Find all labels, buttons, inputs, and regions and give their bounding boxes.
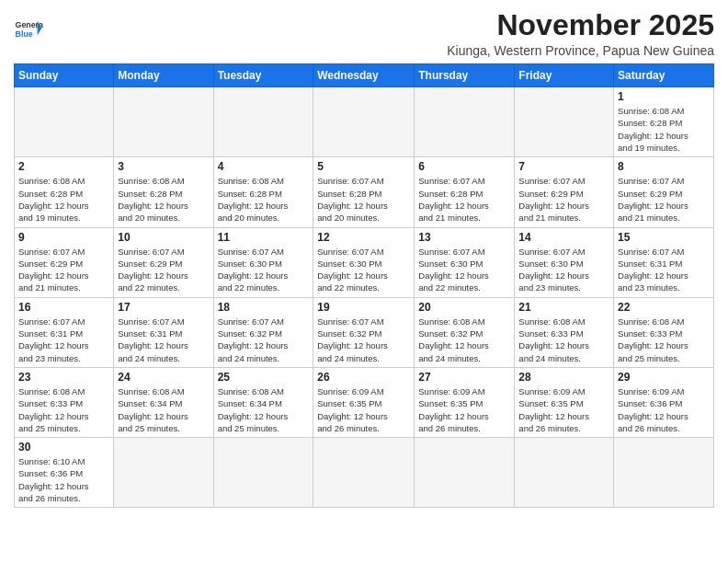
page-header: General Blue November 2025 Kiunga, Weste… xyxy=(14,9,714,58)
day-info: Sunrise: 6:09 AM Sunset: 6:36 PM Dayligh… xyxy=(618,385,710,434)
col-header-saturday: Saturday xyxy=(614,64,714,87)
day-number: 11 xyxy=(218,231,310,244)
day-info: Sunrise: 6:07 AM Sunset: 6:31 PM Dayligh… xyxy=(118,316,209,364)
calendar-cell: 15Sunrise: 6:07 AM Sunset: 6:31 PM Dayli… xyxy=(614,227,714,297)
day-info: Sunrise: 6:08 AM Sunset: 6:28 PM Dayligh… xyxy=(18,175,109,224)
calendar-cell: 1Sunrise: 6:08 AM Sunset: 6:28 PM Daylig… xyxy=(614,87,714,157)
day-number: 1 xyxy=(618,90,710,103)
calendar-cell xyxy=(213,438,313,508)
day-number: 8 xyxy=(618,160,710,173)
day-number: 29 xyxy=(618,371,710,384)
subtitle: Kiunga, Western Province, Papua New Guin… xyxy=(447,43,714,58)
day-info: Sunrise: 6:09 AM Sunset: 6:35 PM Dayligh… xyxy=(518,385,609,434)
calendar-cell: 17Sunrise: 6:07 AM Sunset: 6:31 PM Dayli… xyxy=(114,297,213,367)
logo: General Blue xyxy=(14,15,43,44)
calendar-cell: 12Sunrise: 6:07 AM Sunset: 6:30 PM Dayli… xyxy=(313,227,415,297)
calendar-cell: 8Sunrise: 6:07 AM Sunset: 6:29 PM Daylig… xyxy=(614,157,714,227)
calendar-cell: 9Sunrise: 6:07 AM Sunset: 6:29 PM Daylig… xyxy=(15,227,114,297)
month-title: November 2025 xyxy=(447,9,714,41)
calendar-cell: 28Sunrise: 6:09 AM Sunset: 6:35 PM Dayli… xyxy=(515,367,614,437)
day-number: 6 xyxy=(418,160,510,173)
calendar-cell: 11Sunrise: 6:07 AM Sunset: 6:30 PM Dayli… xyxy=(213,227,313,297)
title-area: November 2025 Kiunga, Western Province, … xyxy=(447,9,714,58)
calendar-table: SundayMondayTuesdayWednesdayThursdayFrid… xyxy=(14,63,714,508)
day-number: 20 xyxy=(418,301,510,314)
day-info: Sunrise: 6:08 AM Sunset: 6:34 PM Dayligh… xyxy=(118,385,209,434)
day-info: Sunrise: 6:08 AM Sunset: 6:28 PM Dayligh… xyxy=(218,175,310,224)
logo-icon: General Blue xyxy=(14,15,43,44)
col-header-tuesday: Tuesday xyxy=(213,64,313,87)
calendar-cell: 30Sunrise: 6:10 AM Sunset: 6:36 PM Dayli… xyxy=(15,438,114,508)
calendar-cell xyxy=(313,87,415,157)
day-number: 21 xyxy=(518,301,609,314)
day-number: 12 xyxy=(317,231,410,244)
day-number: 15 xyxy=(618,231,710,244)
day-info: Sunrise: 6:07 AM Sunset: 6:29 PM Dayligh… xyxy=(518,175,609,224)
day-number: 23 xyxy=(18,371,109,384)
day-number: 9 xyxy=(18,231,109,244)
calendar-cell xyxy=(515,438,614,508)
calendar-cell xyxy=(213,87,313,157)
day-info: Sunrise: 6:07 AM Sunset: 6:29 PM Dayligh… xyxy=(118,246,209,294)
day-number: 2 xyxy=(18,160,109,173)
calendar-cell xyxy=(415,87,515,157)
calendar-cell: 18Sunrise: 6:07 AM Sunset: 6:32 PM Dayli… xyxy=(213,297,313,367)
day-number: 30 xyxy=(18,441,109,454)
calendar-cell: 10Sunrise: 6:07 AM Sunset: 6:29 PM Dayli… xyxy=(114,227,213,297)
calendar-cell: 13Sunrise: 6:07 AM Sunset: 6:30 PM Dayli… xyxy=(415,227,515,297)
svg-text:Blue: Blue xyxy=(16,29,33,39)
day-info: Sunrise: 6:08 AM Sunset: 6:32 PM Dayligh… xyxy=(418,316,510,364)
day-info: Sunrise: 6:08 AM Sunset: 6:28 PM Dayligh… xyxy=(618,105,710,154)
day-number: 17 xyxy=(118,301,209,314)
day-info: Sunrise: 6:07 AM Sunset: 6:32 PM Dayligh… xyxy=(317,316,410,364)
calendar-cell xyxy=(515,87,614,157)
week-row-1: 1Sunrise: 6:08 AM Sunset: 6:28 PM Daylig… xyxy=(15,87,714,157)
day-info: Sunrise: 6:07 AM Sunset: 6:31 PM Dayligh… xyxy=(618,246,710,294)
calendar-cell xyxy=(114,87,213,157)
day-info: Sunrise: 6:09 AM Sunset: 6:35 PM Dayligh… xyxy=(317,385,410,434)
day-info: Sunrise: 6:07 AM Sunset: 6:29 PM Dayligh… xyxy=(18,246,109,294)
day-number: 22 xyxy=(618,301,710,314)
day-info: Sunrise: 6:08 AM Sunset: 6:33 PM Dayligh… xyxy=(618,316,710,364)
calendar-cell: 4Sunrise: 6:08 AM Sunset: 6:28 PM Daylig… xyxy=(213,157,313,227)
day-info: Sunrise: 6:07 AM Sunset: 6:30 PM Dayligh… xyxy=(317,246,410,294)
day-number: 18 xyxy=(218,301,310,314)
day-info: Sunrise: 6:07 AM Sunset: 6:29 PM Dayligh… xyxy=(618,175,710,224)
day-info: Sunrise: 6:09 AM Sunset: 6:35 PM Dayligh… xyxy=(418,385,510,434)
calendar-cell xyxy=(614,438,714,508)
calendar-cell: 26Sunrise: 6:09 AM Sunset: 6:35 PM Dayli… xyxy=(313,367,415,437)
day-number: 19 xyxy=(317,301,410,314)
day-info: Sunrise: 6:07 AM Sunset: 6:32 PM Dayligh… xyxy=(218,316,310,364)
day-info: Sunrise: 6:08 AM Sunset: 6:34 PM Dayligh… xyxy=(218,385,310,434)
day-number: 5 xyxy=(317,160,410,173)
day-number: 25 xyxy=(218,371,310,384)
calendar-cell: 3Sunrise: 6:08 AM Sunset: 6:28 PM Daylig… xyxy=(114,157,213,227)
day-number: 7 xyxy=(518,160,609,173)
col-header-monday: Monday xyxy=(114,64,213,87)
calendar-cell: 6Sunrise: 6:07 AM Sunset: 6:28 PM Daylig… xyxy=(415,157,515,227)
calendar-cell: 22Sunrise: 6:08 AM Sunset: 6:33 PM Dayli… xyxy=(614,297,714,367)
calendar-cell xyxy=(15,87,114,157)
calendar-cell: 23Sunrise: 6:08 AM Sunset: 6:33 PM Dayli… xyxy=(15,367,114,437)
calendar-cell: 25Sunrise: 6:08 AM Sunset: 6:34 PM Dayli… xyxy=(213,367,313,437)
col-header-friday: Friday xyxy=(515,64,614,87)
week-row-2: 2Sunrise: 6:08 AM Sunset: 6:28 PM Daylig… xyxy=(15,157,714,227)
col-header-sunday: Sunday xyxy=(15,64,114,87)
day-number: 24 xyxy=(118,371,209,384)
day-info: Sunrise: 6:07 AM Sunset: 6:28 PM Dayligh… xyxy=(418,175,510,224)
day-info: Sunrise: 6:08 AM Sunset: 6:33 PM Dayligh… xyxy=(18,385,109,434)
day-info: Sunrise: 6:07 AM Sunset: 6:28 PM Dayligh… xyxy=(317,175,410,224)
day-info: Sunrise: 6:07 AM Sunset: 6:30 PM Dayligh… xyxy=(518,246,609,294)
calendar-cell: 5Sunrise: 6:07 AM Sunset: 6:28 PM Daylig… xyxy=(313,157,415,227)
day-info: Sunrise: 6:08 AM Sunset: 6:33 PM Dayligh… xyxy=(518,316,609,364)
week-row-6: 30Sunrise: 6:10 AM Sunset: 6:36 PM Dayli… xyxy=(15,438,714,508)
calendar-cell: 24Sunrise: 6:08 AM Sunset: 6:34 PM Dayli… xyxy=(114,367,213,437)
day-number: 26 xyxy=(317,371,410,384)
day-number: 16 xyxy=(18,301,109,314)
calendar-cell: 20Sunrise: 6:08 AM Sunset: 6:32 PM Dayli… xyxy=(415,297,515,367)
calendar-cell: 29Sunrise: 6:09 AM Sunset: 6:36 PM Dayli… xyxy=(614,367,714,437)
day-info: Sunrise: 6:07 AM Sunset: 6:30 PM Dayligh… xyxy=(418,246,510,294)
week-row-4: 16Sunrise: 6:07 AM Sunset: 6:31 PM Dayli… xyxy=(15,297,714,367)
calendar-cell: 27Sunrise: 6:09 AM Sunset: 6:35 PM Dayli… xyxy=(415,367,515,437)
calendar-header-row: SundayMondayTuesdayWednesdayThursdayFrid… xyxy=(15,64,714,87)
